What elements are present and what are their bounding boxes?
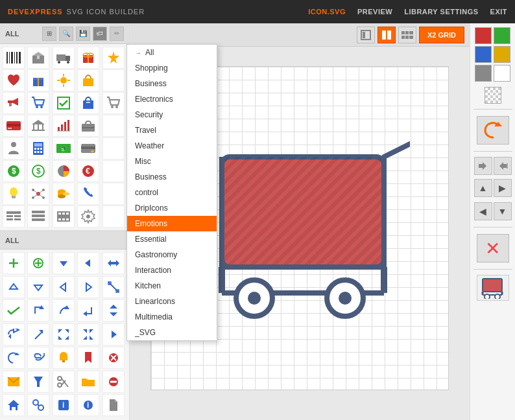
icon-filter[interactable] [27,371,49,393]
icon-placeholder-row5-5[interactable] [102,137,125,159]
flip-right-btn[interactable] [474,157,492,175]
icon-chart[interactable] [53,115,75,137]
grid-view-btn[interactable]: ⊞ [42,27,56,41]
dropdown-item-business2[interactable]: Business [127,169,217,185]
move-right-btn[interactable]: ▶ [494,179,512,197]
icon-gift[interactable] [77,47,99,69]
dropdown-item-linearicons[interactable]: LinearIcons [127,294,217,309]
dropdown-item-kitchen[interactable]: Kitchen [127,278,217,294]
canvas-view-btn2[interactable] [377,27,396,43]
icon-briefcase[interactable] [77,115,99,137]
icon-arrow-left-blue[interactable] [77,252,99,274]
icon-arrow-right-o[interactable] [77,276,99,298]
icon-bank[interactable] [27,115,49,137]
icon-arrows-expand[interactable] [53,323,75,345]
move-left-btn[interactable]: ◀ [474,202,492,220]
icon-bell[interactable] [53,347,75,369]
icon-arrow-down-blue[interactable] [53,252,75,274]
icon-bookmark[interactable] [77,347,99,369]
color-green[interactable] [494,27,510,44]
icon-gift2[interactable] [27,69,49,91]
icon-heart[interactable] [3,69,25,91]
color-blue[interactable] [475,46,492,63]
icon-arrows-turn[interactable] [3,323,25,345]
icon-bulb[interactable] [3,183,25,205]
dropdown-item-emotions[interactable]: Emotions [127,216,217,231]
icon-arrows-diag[interactable] [102,276,125,298]
icon-arrows-inward[interactable] [77,323,99,345]
color-white[interactable] [494,65,510,82]
icon-person[interactable] [3,137,25,159]
canvas-view-btn1[interactable] [357,27,375,43]
icon-bag2[interactable] [77,92,99,114]
flip-left-btn[interactable] [494,157,512,175]
search-btn[interactable]: 🔍 [59,27,73,41]
icon-euro[interactable]: € [77,160,99,182]
icon-barcode[interactable] [3,47,25,69]
icon-dollar[interactable]: $ [3,160,25,182]
icon-calculator[interactable] [27,137,49,159]
save-btn[interactable]: 💾 [76,27,90,41]
icon-arrow-down-o[interactable] [27,276,49,298]
icon-placeholder-row8-5[interactable] [102,205,125,228]
canvas-view-btn3[interactable] [398,27,416,43]
icon-arrows-lr[interactable] [102,252,125,274]
dropdown-item-business1[interactable]: Business [127,76,217,91]
icon-doc[interactable] [102,394,125,416]
icon-placeholder-row7-5[interactable] [102,183,125,205]
icon-plus-green[interactable] [3,252,25,274]
dropdown-item-all[interactable]: → All [127,45,217,60]
icon-arrow-left-o[interactable] [53,276,75,298]
icon-network[interactable] [27,183,49,205]
icon-starburst[interactable] [102,47,125,69]
edit-btn[interactable]: ✏ [110,27,124,41]
icon-placeholder5[interactable] [102,69,125,91]
icon-sun[interactable] [53,69,75,91]
icon-info-square[interactable]: i [53,394,75,416]
nav-preview[interactable]: PREVIEW [357,8,392,16]
icon-arrow-up-o[interactable] [3,276,25,298]
dropdown-item-shopping[interactable]: Shopping [127,60,217,76]
color-gray[interactable] [475,65,492,82]
color-yellow[interactable] [494,46,510,63]
icon-placeholder-row6-5[interactable] [102,160,125,182]
icon-placeholder-row4-5[interactable] [102,115,125,137]
icon-corner-arrow[interactable] [27,299,49,321]
x2-grid-btn[interactable]: X2 GRID [419,27,464,43]
icon-home[interactable] [3,394,25,416]
icon-cart3[interactable] [102,92,125,114]
icon-table[interactable] [3,205,25,228]
icon-envelope[interactable] [3,371,25,393]
icon-arrow-up-right[interactable] [27,323,49,345]
icon-arrow-right-fill[interactable] [102,323,125,345]
icon-arrow-curve[interactable] [53,299,75,321]
icon-no-entry[interactable] [102,371,125,393]
icon-truck[interactable] [53,47,75,69]
dropdown-item-gastronomy[interactable]: Gastronomy [127,247,217,262]
icon-close-circle[interactable] [102,347,125,369]
icon-plus-circle[interactable] [27,252,49,274]
nav-icon-svg[interactable]: ICON.SVG [308,8,346,16]
icon-link[interactable] [27,347,49,369]
icon-info-circle[interactable]: i [77,394,99,416]
color-red[interactable] [475,27,492,44]
dropdown-item-interaction[interactable]: Interaction [127,262,217,278]
move-down-btn[interactable]: ▼ [494,202,512,220]
icon-creditcard[interactable] [77,137,99,159]
icon-phone[interactable] [77,183,99,205]
icon-checkbox[interactable] [53,92,75,114]
icon-arrows-vert[interactable] [102,299,125,321]
dropdown-item-svg[interactable]: _SVG [127,325,217,340]
icon-scissors[interactable] [53,371,75,393]
rotate-btn[interactable] [477,116,509,145]
icon-film[interactable] [53,205,75,228]
nav-exit[interactable]: EXIT [490,8,507,16]
move-up-btn[interactable]: ▲ [474,179,492,197]
dropdown-item-weather[interactable]: Weather [127,138,217,154]
dropdown-item-travel[interactable]: Travel [127,122,217,138]
color-transparent[interactable] [485,87,501,104]
tag-btn[interactable]: 🏷 [93,27,107,41]
icon-list[interactable] [27,205,49,228]
icon-folder[interactable] [77,371,99,393]
icon-pie[interactable] [53,160,75,182]
